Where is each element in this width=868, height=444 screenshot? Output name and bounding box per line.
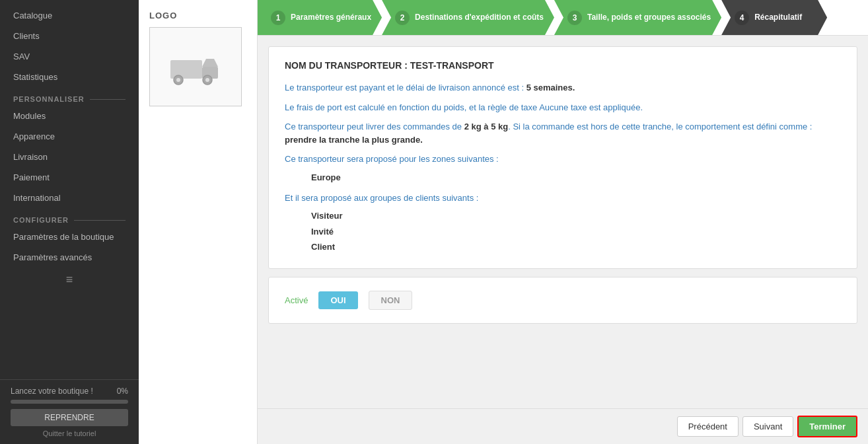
wizard-step-2[interactable]: 2 Destinations d'expédition et coûts [382, 0, 554, 35]
summary-line-2: Le frais de port est calculé en fonction… [285, 101, 841, 114]
step-3-label: Taille, poids et groupes associés [587, 13, 711, 23]
wizard-steps: 1 Paramètres généraux 2 Destinations d'e… [258, 0, 868, 36]
footer-row: Précédent Suivant Terminer [258, 408, 868, 444]
carrier-name: TEST-TRANSPORT [410, 60, 494, 71]
quitter-link[interactable]: Quitter le tutoriel [11, 429, 128, 437]
sidebar: Catalogue Clients SAV Statistiques PERSO… [0, 0, 139, 444]
groups-label: Et il sera proposé aux groupes de client… [285, 192, 841, 205]
wizard-step-4[interactable]: 4 Récapitulatif [721, 0, 827, 35]
sidebar-section-configurer: CONFIGURER [0, 208, 139, 227]
zones-value: Europe [285, 170, 841, 185]
active-label: Activé [285, 295, 308, 305]
step-2-num: 2 [395, 11, 410, 25]
svg-point-4 [176, 78, 180, 82]
progress-label: Lancez votre boutique ! [11, 387, 93, 396]
content-body: NOM DU TRANSPORTEUR : TEST-TRANSPORT Le … [258, 36, 868, 408]
summary-line-1: Le transporteur est payant et le délai d… [285, 81, 841, 94]
content-area: 1 Paramètres généraux 2 Destinations d'e… [258, 0, 868, 444]
progress-bar [11, 400, 128, 404]
sidebar-item-apparence[interactable]: Apparence [0, 126, 139, 147]
logo-label: LOGO [149, 11, 177, 20]
svg-rect-0 [170, 60, 202, 79]
sidebar-bottom: Lancez votre boutique ! 0% REPRENDRE Qui… [0, 379, 139, 444]
truck-icon [169, 47, 222, 87]
sidebar-item-catalogue[interactable]: Catalogue [0, 5, 139, 26]
logo-panel: LOGO [139, 0, 258, 444]
progress-pct: 0% [117, 387, 128, 396]
step-3-num: 3 [567, 11, 582, 25]
sidebar-item-international[interactable]: International [0, 188, 139, 208]
zones-label: Ce transporteur sera proposé pour les zo… [285, 153, 841, 166]
summary-card: NOM DU TRANSPORTEUR : TEST-TRANSPORT Le … [268, 46, 857, 269]
svg-marker-2 [202, 59, 218, 67]
sidebar-section-personnaliser: PERSONNALISER [0, 87, 139, 106]
progress-row: Lancez votre boutique ! 0% [11, 387, 128, 396]
reprendre-button[interactable]: REPRENDRE [11, 409, 128, 426]
groups-value: VisiteurInvitéClient [285, 208, 841, 254]
carrier-name-prefix: NOM DU TRANSPORTEUR : [285, 60, 410, 71]
sidebar-item-params-boutique[interactable]: Paramètres de la boutique [0, 227, 139, 247]
sidebar-item-clients[interactable]: Clients [0, 26, 139, 46]
wizard-step-3[interactable]: 3 Taille, poids et groupes associés [554, 0, 721, 35]
active-card: Activé OUI NON [268, 277, 857, 324]
step-2-label: Destinations d'expédition et coûts [415, 13, 544, 23]
sidebar-item-modules[interactable]: Modules [0, 106, 139, 126]
step-1-label: Paramètres généraux [291, 13, 371, 23]
sidebar-item-livraison[interactable]: Livraison [0, 147, 139, 167]
suivant-button[interactable]: Suivant [742, 416, 793, 437]
hamburger-icon[interactable]: ≡ [0, 268, 139, 292]
non-button[interactable]: NON [369, 291, 413, 310]
wizard-step-1[interactable]: 1 Paramètres généraux [258, 0, 382, 35]
step-1-num: 1 [271, 11, 285, 25]
step-4-label: Récapitulatif [754, 13, 802, 23]
sidebar-item-sav[interactable]: SAV [0, 46, 139, 67]
sidebar-item-params-avances[interactable]: Paramètres avancés [0, 247, 139, 268]
terminer-button[interactable]: Terminer [797, 416, 857, 437]
sidebar-nav: Catalogue Clients SAV Statistiques PERSO… [0, 0, 139, 379]
carrier-name-row: NOM DU TRANSPORTEUR : TEST-TRANSPORT [285, 60, 841, 71]
logo-box [149, 27, 242, 106]
precedent-button[interactable]: Précédent [677, 416, 739, 437]
main-area: LOGO 1 Paramètres généraux 2 Dest [139, 0, 868, 444]
sidebar-item-paiement[interactable]: Paiement [0, 167, 139, 188]
oui-button[interactable]: OUI [318, 291, 357, 309]
step-4-num: 4 [735, 11, 749, 25]
sidebar-item-statistiques[interactable]: Statistiques [0, 67, 139, 87]
summary-line-3: Ce transporteur peut livrer des commande… [285, 120, 841, 146]
svg-point-6 [205, 78, 209, 82]
